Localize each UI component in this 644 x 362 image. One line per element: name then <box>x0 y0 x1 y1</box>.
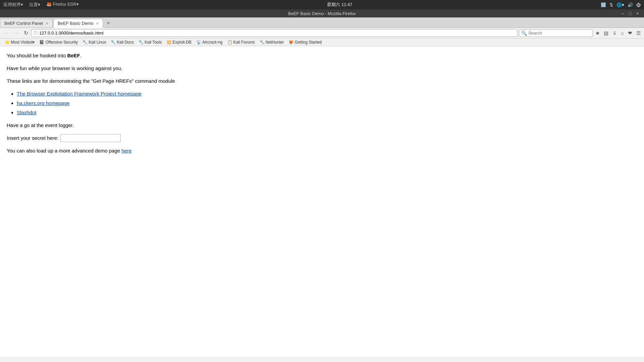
datetime-label: 星期六 11:47 <box>327 2 352 7</box>
advanced-text-1: You can also load up a more advanced dem… <box>7 148 121 154</box>
home-button[interactable]: ⌂ <box>620 29 625 37</box>
titlebar: 应用程序▾ 位置▾ 🦊 Firefox ESR▾ 星期六 11:47 🔢 ⇅ 🌐… <box>0 0 644 9</box>
bookmark-most-visited[interactable]: 🌟 Most Visited▾ <box>3 39 37 45</box>
bookmark-label-6: Aircrack-ng <box>202 40 223 45</box>
kali-linux-icon: 🔧 <box>83 40 88 45</box>
forward-button[interactable]: → <box>12 29 21 37</box>
hamburger-menu-button[interactable]: ☰ <box>635 29 642 37</box>
intro-text-2: Have fun while your browser is working a… <box>7 65 122 71</box>
window-titlebar: BeEF Basic Demo - Mozilla Firefox – □ × <box>0 9 644 17</box>
tab-beef-basic-demo[interactable]: BeEF Basic Demo × <box>53 19 103 28</box>
advanced-demo-link[interactable]: here <box>121 148 131 154</box>
bookmark-kali-linux[interactable]: 🔧 Kali Linux <box>80 39 108 45</box>
download-button[interactable]: ⇓ <box>611 29 618 37</box>
location-menu[interactable]: 位置▾ <box>29 2 40 8</box>
firefox-menu[interactable]: 🦊 Firefox ESR▾ <box>46 2 79 8</box>
tray-icon-2[interactable]: 🌐▾ <box>616 2 624 7</box>
intro-paragraph-1: You should be hooked into BeEF. <box>7 52 637 60</box>
kali-tools-icon: 🔧 <box>139 40 144 45</box>
minimize-icon[interactable]: – <box>620 11 626 16</box>
app-menu[interactable]: 应用程序▾ <box>3 2 23 8</box>
list-item: Slashdot <box>17 109 637 117</box>
intro-text-1-end: . <box>80 53 82 58</box>
kali-forums-icon: 📋 <box>227 40 232 45</box>
hackers-homepage-link[interactable]: ha.ckers.org homepage <box>17 100 70 106</box>
event-logger-text: Have a go at the event logger. <box>7 122 74 128</box>
tab-label-0: BeEF Control Panel <box>4 21 43 26</box>
aircrack-ng-icon: 📡 <box>196 40 201 45</box>
window-title: BeEF Basic Demo - Mozilla Firefox <box>288 11 356 16</box>
titlebar-datetime: 星期六 11:47 <box>79 2 601 8</box>
bookmark-offensive-security[interactable]: 📓 Offensive Security <box>37 39 80 45</box>
intro-paragraph-2: Have fun while your browser is working a… <box>7 64 637 72</box>
exploit-db-icon: 💥 <box>166 40 171 45</box>
links-list: The Browser Exploitation Framework Proje… <box>17 90 637 117</box>
search-input[interactable] <box>528 31 582 36</box>
titlebar-menus: 应用程序▾ 位置▾ 🦊 Firefox ESR▾ <box>3 2 79 8</box>
bookmark-label-4: Kali Tools <box>145 40 162 45</box>
bookmark-label-2: Kali Linux <box>89 40 106 45</box>
tab-label-1: BeEF Basic Demo <box>58 21 93 26</box>
bookmark-label-7: Kali Forums <box>233 40 255 45</box>
tray-icon-4[interactable]: ⏻ <box>636 2 641 7</box>
kali-docs-icon: 🔧 <box>111 40 116 45</box>
bookmark-exploit-db[interactable]: 💥 Exploit-DB <box>164 39 194 45</box>
reader-view-button[interactable]: ▤ <box>602 29 610 37</box>
beef-bold: BeEF <box>67 53 80 58</box>
bookmarks-bar: 🌟 Most Visited▾ 📓 Offensive Security 🔧 K… <box>0 39 644 46</box>
new-tab-button[interactable]: + <box>104 20 113 26</box>
offensive-security-icon: 📓 <box>39 40 44 45</box>
address-input[interactable] <box>39 31 515 36</box>
bookmark-kali-tools[interactable]: 🔧 Kali Tools <box>137 39 164 45</box>
window-controls[interactable]: – □ × <box>620 11 641 16</box>
info-icon[interactable]: ⓘ <box>34 30 38 36</box>
list-item: ha.ckers.org homepage <box>17 99 637 107</box>
secret-input[interactable] <box>60 134 121 142</box>
bookmark-aircrack-ng[interactable]: 📡 Aircrack-ng <box>194 39 225 45</box>
nethunter-icon: 🔧 <box>260 40 265 45</box>
maximize-icon[interactable]: □ <box>627 11 633 16</box>
system-tray: 🔢 ⇅ 🌐▾ 🔊 ⏻ <box>601 2 641 7</box>
page-content: You should be hooked into BeEF. Have fun… <box>0 46 644 357</box>
beef-homepage-link[interactable]: The Browser Exploitation Framework Proje… <box>17 91 142 97</box>
secret-form: Insert your secret here: <box>7 134 637 142</box>
reload-button[interactable]: ↻ <box>22 29 30 37</box>
advanced-demo-paragraph: You can also load up a more advanced dem… <box>7 147 637 155</box>
intro-paragraph-3: These links are for demonstrating the "G… <box>7 77 637 85</box>
tabs-bar: BeEF Control Panel × BeEF Basic Demo × + <box>0 17 644 28</box>
tray-icon-0: 🔢 <box>601 2 606 7</box>
intro-text-3: These links are for demonstrating the "G… <box>7 78 175 84</box>
bookmark-label-1: Offensive Security <box>45 40 78 45</box>
tab-beef-control-panel[interactable]: BeEF Control Panel × <box>0 19 53 27</box>
bookmark-label-0: Most Visited▾ <box>11 40 35 45</box>
search-box: 🔍 <box>519 29 593 37</box>
close-icon[interactable]: × <box>635 11 641 16</box>
bookmark-label-5: Exploit-DB <box>172 40 192 45</box>
most-visited-icon: 🌟 <box>5 40 10 45</box>
list-item: The Browser Exploitation Framework Proje… <box>17 90 637 98</box>
secret-label: Insert your secret here: <box>7 134 58 142</box>
bookmark-getting-started[interactable]: 🦊 Getting Started <box>286 39 324 45</box>
event-logger-paragraph: Have a go at the event logger. <box>7 121 637 129</box>
navbar: ← → ↻ ⓘ 🔍 ★ ▤ ⇓ ⌂ ❤ ☰ <box>0 28 644 39</box>
tray-icon-1: ⇅ <box>609 2 613 7</box>
slashdot-link[interactable]: Slashdot <box>17 110 36 115</box>
tab-close-0[interactable]: × <box>46 21 48 26</box>
getting-started-icon: 🦊 <box>288 40 293 45</box>
bookmark-nethunter[interactable]: 🔧 NetHunter <box>258 39 286 45</box>
bookmark-label-3: Kali Docs <box>117 40 134 45</box>
bookmark-star-button[interactable]: ★ <box>594 29 601 37</box>
tray-icon-3[interactable]: 🔊 <box>628 2 633 7</box>
bookmark-label-8: NetHunter <box>266 40 284 45</box>
address-bar: ⓘ <box>31 29 518 37</box>
back-button[interactable]: ← <box>2 29 11 37</box>
bookmark-label-9: Getting Started <box>294 40 322 45</box>
pocket-button[interactable]: ❤ <box>627 29 634 37</box>
tab-close-1[interactable]: × <box>96 21 99 26</box>
bookmark-kali-forums[interactable]: 📋 Kali Forums <box>225 39 257 45</box>
search-icon: 🔍 <box>521 31 527 36</box>
intro-text-1: You should be hooked into <box>7 53 67 58</box>
bookmark-kali-docs[interactable]: 🔧 Kali Docs <box>109 39 136 45</box>
